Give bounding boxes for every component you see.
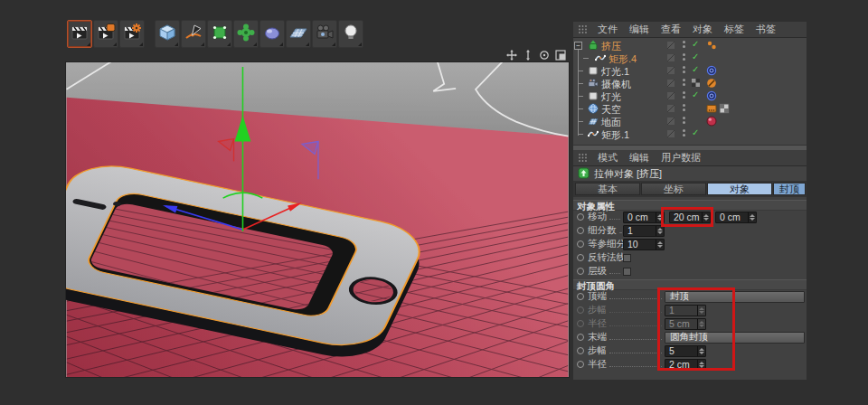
spinner-icon[interactable] xyxy=(656,226,664,236)
attribute-manager-menu-编辑[interactable]: 编辑 xyxy=(629,151,649,165)
keyframe-circle-icon[interactable] xyxy=(577,293,584,300)
keyframe-circle-icon[interactable] xyxy=(577,213,584,221)
keyframe-circle-icon[interactable] xyxy=(577,361,584,368)
object-manager-menu-编辑[interactable]: 编辑 xyxy=(629,23,649,36)
subdivision-surface-button[interactable] xyxy=(207,20,232,48)
light-button[interactable] xyxy=(338,20,363,48)
layer-square[interactable] xyxy=(667,42,675,49)
object-manager-menu-标签[interactable]: 标签 xyxy=(724,23,744,36)
attribute-manager-menu-模式[interactable]: 模式 xyxy=(598,151,618,165)
visibility-dots[interactable] xyxy=(683,117,685,124)
dropdown-顶端[interactable]: 封顶 xyxy=(665,291,805,303)
spinner-icon[interactable] xyxy=(697,346,705,356)
visibility-dots[interactable] xyxy=(683,79,685,86)
visibility-dots[interactable] xyxy=(683,129,685,137)
tab-基本[interactable]: 基本 xyxy=(575,183,640,195)
keyframe-circle-icon[interactable] xyxy=(577,240,584,248)
object-row-挤压[interactable]: −挤压✓ xyxy=(573,39,807,52)
checkbox-层级[interactable] xyxy=(623,268,631,276)
value-field[interactable]: 0 cm xyxy=(623,212,665,223)
keyframe-circle-icon[interactable] xyxy=(577,347,584,354)
value-field[interactable]: 5 xyxy=(665,345,706,357)
enabled-check-icon[interactable]: ✓ xyxy=(692,64,699,74)
panel-grip-icon[interactable] xyxy=(579,25,588,34)
orange-dots-tag-icon[interactable] xyxy=(706,40,717,52)
object-manager-menu-对象[interactable]: 对象 xyxy=(693,23,712,36)
layer-square[interactable] xyxy=(667,67,675,74)
camera-button[interactable] xyxy=(312,20,337,48)
spinner-icon[interactable] xyxy=(748,212,756,222)
layer-square[interactable] xyxy=(667,130,675,137)
metaball-button[interactable] xyxy=(259,20,285,48)
layer-square[interactable] xyxy=(667,118,675,125)
deformer-button[interactable] xyxy=(233,20,259,48)
object-row-摄像机[interactable]: 摄像机 xyxy=(573,77,807,89)
layer-square[interactable] xyxy=(667,105,675,112)
material-red-tag-icon[interactable] xyxy=(706,116,717,128)
object-row-矩形.1[interactable]: 矩形.1✓ xyxy=(573,127,807,140)
tab-坐标[interactable]: 坐标 xyxy=(641,183,706,195)
enabled-check-icon[interactable]: ✓ xyxy=(692,52,699,61)
layer-square[interactable] xyxy=(667,92,675,99)
object-row-灯光[interactable]: 灯光✓ xyxy=(573,89,807,102)
object-row-地面[interactable]: 地面 xyxy=(573,115,807,127)
spinner-icon[interactable] xyxy=(697,360,705,370)
dolly-view-icon[interactable] xyxy=(523,50,533,61)
target-tag-icon[interactable] xyxy=(706,90,717,103)
spinner-icon[interactable] xyxy=(656,240,664,250)
camera-toggle-icon[interactable] xyxy=(692,79,700,89)
visibility-dots[interactable] xyxy=(683,91,685,99)
keyframe-circle-icon[interactable] xyxy=(577,254,584,261)
keyframe-circle-icon[interactable] xyxy=(577,320,584,327)
keyframe-circle-icon[interactable] xyxy=(577,306,584,314)
object-name[interactable]: 矩形.1 xyxy=(601,128,629,142)
checkbox-反转法线[interactable] xyxy=(623,254,631,262)
render-view-button[interactable] xyxy=(67,20,92,48)
value-field[interactable]: 1 xyxy=(665,305,706,316)
visibility-dots[interactable] xyxy=(683,66,685,73)
layer-square[interactable] xyxy=(667,80,675,87)
compositing-tag-icon[interactable] xyxy=(706,103,717,116)
dropdown-末端[interactable]: 圆角封顶 xyxy=(665,332,805,344)
render-to-picture-viewer-button[interactable] xyxy=(93,20,118,48)
texture-tag-icon[interactable] xyxy=(719,103,730,116)
spinner-icon[interactable] xyxy=(697,319,705,329)
spinner-icon[interactable] xyxy=(656,212,664,222)
expander-icon[interactable]: − xyxy=(574,42,582,50)
visibility-dots[interactable] xyxy=(683,53,685,61)
visibility-dots[interactable] xyxy=(683,104,685,111)
object-manager-menu-查看[interactable]: 查看 xyxy=(661,23,681,36)
tab-封顶[interactable]: 封顶 xyxy=(773,183,806,195)
layer-square[interactable] xyxy=(667,54,675,61)
value-field[interactable]: 2 cm xyxy=(665,359,706,371)
maximize-view-icon[interactable] xyxy=(555,50,566,61)
add-cube-button[interactable] xyxy=(155,20,180,48)
attribute-manager-menu-用户数据[interactable]: 用户数据 xyxy=(661,151,701,165)
object-manager-menu-书签[interactable]: 书签 xyxy=(756,23,776,36)
object-row-灯光.1[interactable]: 灯光.1✓ xyxy=(573,64,807,77)
enabled-check-icon[interactable]: ✓ xyxy=(692,39,699,49)
spline-pen-button[interactable] xyxy=(181,20,206,48)
pan-view-icon[interactable] xyxy=(506,50,517,61)
tab-对象[interactable]: 对象 xyxy=(707,183,772,195)
protection-tag-icon[interactable] xyxy=(706,78,717,90)
object-manager-menu-文件[interactable]: 文件 xyxy=(598,23,618,36)
visibility-dots[interactable] xyxy=(683,41,685,48)
target-tag-icon[interactable] xyxy=(706,65,717,78)
spinner-icon[interactable] xyxy=(702,212,710,222)
object-row-天空[interactable]: 天空 xyxy=(573,102,807,115)
value-field[interactable]: 0 cm xyxy=(715,212,757,223)
value-field[interactable]: 10 xyxy=(623,239,665,250)
spinner-icon[interactable] xyxy=(697,306,705,316)
value-field[interactable]: 20 cm xyxy=(669,212,711,223)
value-field[interactable]: 5 cm xyxy=(665,318,706,330)
render-settings-button[interactable] xyxy=(119,20,145,48)
keyframe-circle-icon[interactable] xyxy=(577,227,584,234)
keyframe-circle-icon[interactable] xyxy=(577,334,584,341)
enabled-check-icon[interactable]: ✓ xyxy=(692,127,699,137)
rotate-view-icon[interactable] xyxy=(539,50,550,61)
environment-floor-button[interactable] xyxy=(286,20,311,48)
value-field[interactable]: 1 xyxy=(623,225,665,237)
viewport-canvas[interactable] xyxy=(65,61,570,378)
keyframe-circle-icon[interactable] xyxy=(577,268,584,275)
